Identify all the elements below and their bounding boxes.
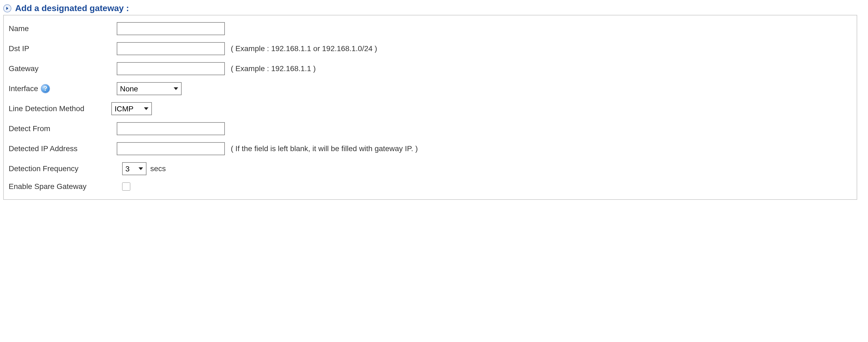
label-gateway: Gateway	[9, 64, 117, 73]
label-dstip: Dst IP	[9, 44, 117, 53]
label-enable-spare: Enable Spare Gateway	[9, 182, 117, 191]
gateway-hint: ( Example : 192.168.1.1 )	[231, 64, 316, 73]
line-detection-select[interactable]: ICMP	[111, 102, 152, 115]
label-name: Name	[9, 24, 117, 33]
label-detected-ip: Detected IP Address	[9, 144, 117, 153]
detection-freq-unit: secs	[150, 164, 166, 173]
detect-from-input[interactable]	[117, 122, 225, 135]
chevron-right-icon[interactable]	[3, 4, 11, 12]
label-interface: Interface ?	[9, 84, 117, 93]
detected-ip-input[interactable]	[117, 142, 225, 155]
detection-freq-select[interactable]: 3	[122, 162, 147, 175]
name-input[interactable]	[117, 22, 225, 35]
row-detect-from: Detect From	[9, 119, 852, 139]
row-gateway: Gateway ( Example : 192.168.1.1 )	[9, 59, 852, 79]
label-interface-text: Interface	[9, 84, 38, 93]
detected-ip-hint: ( If the field is left blank, it will be…	[231, 144, 418, 153]
gateway-form-panel: Name Dst IP ( Example : 192.168.1.1 or 1…	[3, 15, 857, 200]
row-line-detection: Line Detection Method ICMP	[9, 99, 852, 119]
label-detection-freq: Detection Frequency	[9, 164, 117, 173]
label-detect-from: Detect From	[9, 124, 117, 133]
row-interface: Interface ? None	[9, 79, 852, 99]
row-detected-ip: Detected IP Address ( If the field is le…	[9, 139, 852, 159]
gateway-input[interactable]	[117, 62, 225, 75]
label-line-detection: Line Detection Method	[9, 104, 117, 113]
row-dstip: Dst IP ( Example : 192.168.1.1 or 192.16…	[9, 39, 852, 59]
help-icon[interactable]: ?	[41, 84, 50, 93]
row-name: Name	[9, 19, 852, 39]
dstip-hint: ( Example : 192.168.1.1 or 192.168.1.0/2…	[231, 44, 377, 53]
section-header: Add a designated gateway :	[3, 3, 865, 13]
section-title: Add a designated gateway :	[15, 3, 129, 13]
interface-select[interactable]: None	[117, 82, 182, 95]
row-enable-spare: Enable Spare Gateway	[9, 179, 852, 194]
dstip-input[interactable]	[117, 42, 225, 55]
enable-spare-checkbox[interactable]	[122, 183, 130, 191]
row-detection-freq: Detection Frequency 3 secs	[9, 159, 852, 179]
